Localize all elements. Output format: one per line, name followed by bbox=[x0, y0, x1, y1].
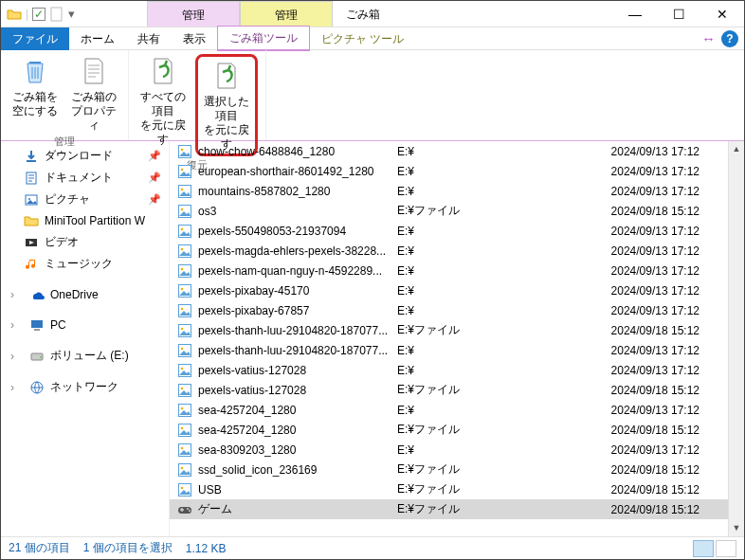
close-button[interactable]: ✕ bbox=[700, 1, 744, 27]
file-row[interactable]: ssd_solid_icon_236169E:¥ファイル2024/09/18 1… bbox=[170, 460, 728, 479]
nav-item[interactable]: ビデオ bbox=[1, 231, 169, 253]
nav-item[interactable]: ›ボリューム (E:) bbox=[1, 345, 169, 367]
file-row[interactable]: sea-4257204_1280E:¥ファイル2024/09/18 15:12 bbox=[170, 420, 728, 440]
file-location: E:¥ bbox=[397, 364, 606, 377]
scroll-up-icon[interactable]: ▲ bbox=[733, 141, 741, 157]
file-type-icon bbox=[177, 244, 192, 259]
file-type-icon bbox=[177, 363, 192, 378]
file-row[interactable]: ゲームE:¥ファイル2024/09/18 15:12 bbox=[170, 499, 728, 519]
nav-label: ドキュメント bbox=[45, 170, 113, 186]
file-row[interactable]: pexels-pixabay-45170E:¥2024/09/13 17:12 bbox=[170, 280, 728, 300]
file-row[interactable]: pexels-thanh-luu-29104820-187077...E:¥ファ… bbox=[170, 320, 728, 340]
file-name: os3 bbox=[198, 205, 397, 218]
recycle-bin-properties-button[interactable]: ごみ箱の プロパティ bbox=[67, 54, 120, 133]
tab-share[interactable]: 共有 bbox=[126, 27, 172, 50]
maximize-button[interactable]: ☐ bbox=[657, 1, 700, 27]
scroll-down-icon[interactable]: ▼ bbox=[733, 520, 741, 536]
file-location: E:¥ bbox=[397, 185, 606, 198]
file-name: pexels-nam-quan-nguy-n-4592289... bbox=[198, 264, 397, 278]
pin-icon[interactable]: 📌 bbox=[148, 150, 161, 162]
file-row[interactable]: pexels-magda-ehlers-pexels-38228...E:¥20… bbox=[170, 241, 728, 261]
file-date: 2024/09/18 15:12 bbox=[611, 463, 728, 477]
file-type-icon bbox=[177, 482, 192, 497]
file-location: E:¥ bbox=[397, 145, 606, 158]
file-date: 2024/09/18 15:12 bbox=[611, 503, 728, 516]
file-type-icon bbox=[177, 263, 192, 279]
navigation-pane[interactable]: ダウンロード📌ドキュメント📌ピクチャ📌MiniTool Partition Wビ… bbox=[1, 141, 170, 536]
file-name: pexels-vatius-127028 bbox=[198, 384, 397, 397]
restore-selected-button[interactable]: 選択した項目 を元に戻す bbox=[200, 59, 253, 152]
nav-item[interactable]: ドキュメント📌 bbox=[1, 167, 169, 189]
quick-access-toolbar: | ✓ ▾ bbox=[1, 1, 81, 27]
nav-item[interactable]: MiniTool Partition W bbox=[1, 210, 169, 231]
file-location: E:¥ bbox=[397, 344, 606, 357]
nav-label: PC bbox=[50, 318, 66, 332]
file-row[interactable]: sea-8309203_1280E:¥2024/09/13 17:12 bbox=[170, 440, 728, 460]
file-row[interactable]: pexels-pixabay-67857E:¥2024/09/13 17:12 bbox=[170, 300, 728, 320]
nav-label: OneDrive bbox=[50, 288, 99, 301]
tab-home[interactable]: ホーム bbox=[69, 27, 126, 50]
ribbon-group-restore: すべての項目 を元に戻す 選択した項目 を元に戻す 復元 bbox=[129, 50, 266, 140]
nav-item[interactable]: ›OneDrive bbox=[1, 284, 169, 305]
tab-view[interactable]: 表示 bbox=[172, 27, 217, 50]
pin-ribbon-icon[interactable]: ↔ bbox=[701, 30, 716, 46]
file-row[interactable]: european-shorthair-8601492_1280E:¥2024/0… bbox=[170, 161, 728, 181]
file-row[interactable]: mountains-8587802_1280E:¥2024/09/13 17:1… bbox=[170, 181, 728, 201]
rsel-l1: 選択した項目 bbox=[200, 95, 253, 123]
empty-recycle-bin-button[interactable]: ごみ箱を 空にする bbox=[9, 54, 62, 133]
nav-item[interactable]: ミュージック bbox=[1, 253, 169, 275]
vid-icon bbox=[24, 235, 39, 250]
file-row[interactable]: pexels-nam-quan-nguy-n-4592289...E:¥2024… bbox=[170, 261, 728, 280]
nav-item[interactable]: ピクチャ📌 bbox=[1, 189, 169, 210]
status-selection: 1 個の項目を選択 bbox=[83, 540, 173, 556]
qat-dropdown-icon[interactable]: ▾ bbox=[68, 7, 75, 21]
file-row[interactable]: USBE:¥ファイル2024/09/18 15:12 bbox=[170, 479, 728, 499]
nav-label: ダウンロード bbox=[45, 148, 113, 164]
file-row[interactable]: chow-chow-6488846_1280E:¥2024/09/13 17:1… bbox=[170, 141, 728, 161]
nav-item[interactable]: ダウンロード📌 bbox=[1, 145, 169, 167]
file-row[interactable]: os3E:¥ファイル2024/09/18 15:12 bbox=[170, 201, 728, 221]
file-row[interactable]: pexels-thanh-luu-29104820-187077...E:¥20… bbox=[170, 340, 728, 360]
help-icon[interactable]: ? bbox=[721, 30, 738, 47]
vertical-scrollbar[interactable]: ▲ ▼ bbox=[728, 141, 744, 536]
recycle-bin-icon bbox=[20, 56, 50, 86]
file-type-icon bbox=[177, 224, 192, 239]
pin-icon[interactable]: 📌 bbox=[148, 172, 161, 184]
pin-icon[interactable]: 📌 bbox=[148, 193, 161, 206]
context-tab[interactable]: 管理 bbox=[147, 1, 240, 27]
file-name: USB bbox=[198, 483, 397, 497]
status-bar: 21 個の項目 1 個の項目を選択 1.12 KB bbox=[1, 536, 744, 559]
context-tab[interactable]: 管理 bbox=[240, 1, 333, 27]
file-name: pexels-550498053-21937094 bbox=[198, 225, 397, 238]
tab-picture-tools[interactable]: ピクチャ ツール bbox=[310, 27, 415, 50]
file-type-icon bbox=[177, 283, 192, 298]
file-date: 2024/09/18 15:12 bbox=[611, 424, 728, 437]
details-view-button[interactable] bbox=[693, 540, 714, 557]
file-date: 2024/09/13 17:12 bbox=[611, 364, 728, 377]
tab-recycle-tools[interactable]: ごみ箱ツール bbox=[217, 26, 310, 51]
file-name: chow-chow-6488846_1280 bbox=[198, 145, 397, 158]
file-location: E:¥ bbox=[397, 165, 606, 178]
file-row[interactable]: pexels-550498053-21937094E:¥2024/09/13 1… bbox=[170, 221, 728, 241]
file-type-icon bbox=[177, 164, 192, 179]
nav-item[interactable]: ›ネットワーク bbox=[1, 376, 169, 398]
file-row[interactable]: pexels-vatius-127028E:¥ファイル2024/09/18 15… bbox=[170, 380, 728, 400]
file-row[interactable]: pexels-vatius-127028E:¥2024/09/13 17:12 bbox=[170, 360, 728, 380]
blank-doc-icon bbox=[49, 7, 64, 22]
file-type-icon bbox=[177, 502, 192, 517]
drv-icon bbox=[29, 349, 45, 364]
nav-item[interactable]: ›PC bbox=[1, 315, 169, 335]
file-location: E:¥ bbox=[397, 404, 606, 417]
qat-divider: | bbox=[26, 8, 28, 21]
file-date: 2024/09/18 15:12 bbox=[611, 483, 728, 497]
net-icon bbox=[29, 380, 45, 395]
thumbnails-view-button[interactable] bbox=[716, 540, 736, 557]
status-size: 1.12 KB bbox=[186, 542, 227, 555]
tab-file[interactable]: ファイル bbox=[1, 27, 69, 50]
file-location: E:¥ファイル bbox=[397, 382, 606, 398]
checkbox-icon[interactable]: ✓ bbox=[32, 8, 45, 21]
file-row[interactable]: sea-4257204_1280E:¥2024/09/13 17:12 bbox=[170, 400, 728, 420]
file-date: 2024/09/13 17:12 bbox=[611, 344, 728, 357]
file-name: pexels-vatius-127028 bbox=[198, 364, 397, 377]
minimize-button[interactable]: — bbox=[613, 1, 657, 27]
